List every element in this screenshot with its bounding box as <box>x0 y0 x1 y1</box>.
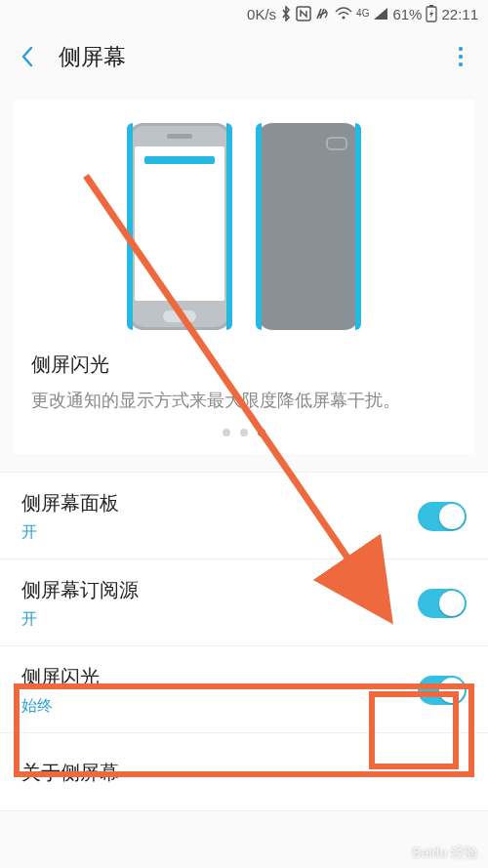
feature-banner[interactable]: 侧屏闪光 更改通知的显示方式来最大限度降低屏幕干扰。 <box>14 100 474 454</box>
banner-feature-desc: 更改通知的显示方式来最大限度降低屏幕干扰。 <box>31 388 457 413</box>
status-battery-pct: 61% <box>392 6 422 22</box>
wifi-icon <box>335 7 352 21</box>
row-edge-panels[interactable]: 侧屏幕面板 开 <box>0 473 488 559</box>
battery-charging-icon <box>426 5 437 22</box>
row-sublabel: 开 <box>21 522 418 543</box>
row-label: 侧屏闪光 <box>21 664 418 690</box>
svg-point-7 <box>459 62 463 66</box>
toggle-edge-lighting[interactable] <box>418 676 467 705</box>
phone-back-illustration <box>256 123 361 330</box>
nfc-icon <box>296 6 311 21</box>
row-label: 侧屏幕面板 <box>21 490 418 517</box>
settings-list: 侧屏幕面板 开 侧屏幕订阅源 开 侧屏闪光 始终 关于侧屏幕 <box>0 472 488 811</box>
back-button[interactable] <box>14 43 41 70</box>
bluetooth-icon <box>280 6 292 21</box>
watermark: Baidu 经验 <box>412 845 478 862</box>
svg-point-6 <box>459 55 463 59</box>
banner-feature-title: 侧屏闪光 <box>31 351 457 378</box>
page-dot-active <box>258 429 265 436</box>
page-dot <box>240 429 248 436</box>
vibrate-icon <box>315 6 331 21</box>
page-dot <box>223 429 230 436</box>
page-indicator <box>31 429 457 436</box>
toggle-edge-panels[interactable] <box>418 502 467 531</box>
row-label: 侧屏幕订阅源 <box>21 577 418 603</box>
phone-front-illustration <box>127 123 232 330</box>
svg-point-5 <box>459 47 463 51</box>
row-edge-lighting[interactable]: 侧屏闪光 始终 <box>0 646 488 733</box>
row-about-edge[interactable]: 关于侧屏幕 <box>0 733 488 811</box>
toggle-edge-feeds[interactable] <box>418 589 467 618</box>
app-bar: 侧屏幕 <box>0 27 488 86</box>
status-signal-label: 4G <box>356 9 369 19</box>
status-time: 22:11 <box>441 6 478 22</box>
svg-point-2 <box>342 16 345 19</box>
status-bar: 0K/s 4G 61% 22:11 <box>0 0 488 27</box>
status-net-speed: 0K/s <box>247 6 276 22</box>
overflow-menu-button[interactable] <box>447 43 474 70</box>
row-label: 关于侧屏幕 <box>21 760 467 786</box>
row-sublabel: 开 <box>21 609 418 630</box>
signal-icon <box>373 7 388 21</box>
page-title: 侧屏幕 <box>59 42 447 72</box>
row-edge-feeds[interactable]: 侧屏幕订阅源 开 <box>0 559 488 646</box>
banner-illustration <box>31 123 457 330</box>
svg-rect-4 <box>429 5 433 7</box>
row-sublabel: 始终 <box>21 696 418 717</box>
